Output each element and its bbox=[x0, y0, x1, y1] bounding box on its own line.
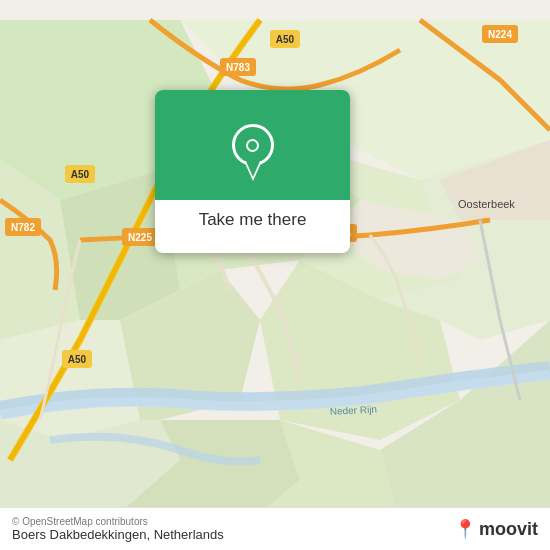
location-popup: Take me there bbox=[155, 90, 350, 253]
location-name: Boers Dakbedekkingen, Netherlands bbox=[12, 527, 224, 542]
popup-header bbox=[155, 90, 350, 200]
moovit-brand-name: moovit bbox=[479, 519, 538, 540]
location-pin-icon bbox=[232, 124, 274, 166]
svg-text:N224: N224 bbox=[488, 29, 512, 40]
map-container: A50 A50 A50 N224 N783 N225 N225 N782 Oos… bbox=[0, 0, 550, 550]
bottom-bar: © OpenStreetMap contributors Boers Dakbe… bbox=[0, 507, 550, 550]
svg-text:A50: A50 bbox=[276, 34, 295, 45]
pin-dot bbox=[246, 139, 259, 152]
pin-head-fill bbox=[246, 139, 259, 152]
bottom-left: © OpenStreetMap contributors Boers Dakbe… bbox=[12, 516, 224, 542]
svg-text:A50: A50 bbox=[71, 169, 90, 180]
take-me-there-button[interactable]: Take me there bbox=[183, 200, 323, 234]
pin-head bbox=[232, 124, 274, 166]
svg-text:A50: A50 bbox=[68, 354, 87, 365]
popup-tail bbox=[243, 233, 263, 245]
svg-text:Oosterbeek: Oosterbeek bbox=[458, 198, 515, 210]
svg-text:N782: N782 bbox=[11, 222, 35, 233]
moovit-logo: 📍 moovit bbox=[454, 518, 538, 540]
svg-text:N783: N783 bbox=[226, 62, 250, 73]
attribution: © OpenStreetMap contributors bbox=[12, 516, 224, 527]
moovit-pin-icon: 📍 bbox=[454, 518, 476, 540]
map-svg: A50 A50 A50 N224 N783 N225 N225 N782 Oos… bbox=[0, 0, 550, 550]
svg-text:N225: N225 bbox=[128, 232, 152, 243]
